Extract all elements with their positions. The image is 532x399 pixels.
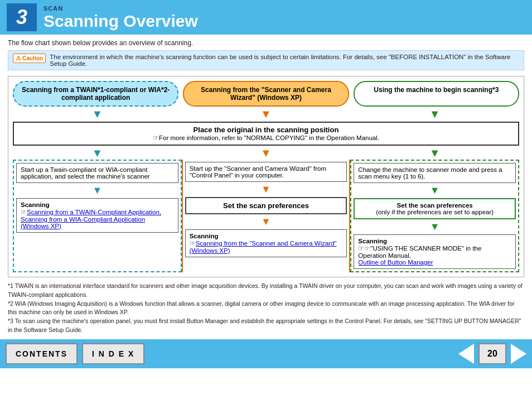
- box-machine-begin: Using the machine to begin scanning*3: [354, 81, 519, 107]
- scanning-right-text: ☞"USING THE SCANNER MODE" in the Operati…: [358, 245, 481, 259]
- next-page-icon: [511, 344, 526, 364]
- place-original-sub: ☞For more information, refer to "NORMAL …: [18, 134, 514, 142]
- scan-pref-right-bold: Set the scan preferences: [397, 202, 473, 209]
- step-machine: Change the machine to scanner mode and p…: [354, 163, 516, 183]
- footnote-1: *1 TWAIN is an international interface s…: [8, 282, 524, 300]
- place-original-box: Place the original in the scanning posit…: [13, 122, 519, 146]
- place-original-title: Place the original in the scanning posit…: [18, 126, 514, 134]
- scanning-mid-title: Scanning: [190, 233, 343, 239]
- footnotes: *1 TWAIN is an international interface s…: [8, 282, 524, 335]
- footer: CONTENTS I N D E X 20: [0, 339, 532, 368]
- scan-pref-right-sub: (only if the preferences are set to appe…: [376, 209, 494, 215]
- scanning-mid-ref: ☞Scanning from the "Scanner and Camera W…: [190, 239, 343, 254]
- scanning-right-title: Scanning: [358, 238, 511, 244]
- arrow-machine-down: ▼: [350, 108, 519, 121]
- caution-text: The environment in which the machine's s…: [50, 54, 519, 67]
- scanning-mid-box: Scanning ☞Scanning from the "Scanner and…: [185, 229, 347, 257]
- scan-pref-center: Set the scan preferences: [185, 197, 347, 214]
- arrow-machine-down4: ▼: [354, 221, 516, 233]
- scan-pref-right: Set the scan preferences (only if the pr…: [354, 198, 516, 219]
- arrow-wizard-down2: ▼: [182, 147, 351, 160]
- scanning-mid-link[interactable]: Scanning from the "Scanner and Camera Wi…: [190, 240, 337, 254]
- scanning-left-link2[interactable]: Scanning from a WIA-Compliant Applicatio…: [21, 216, 145, 229]
- arrow-twain-down3: ▼: [16, 185, 178, 196]
- arrow-twain-down2: ▼: [13, 147, 182, 160]
- footnote-3: *3 To scan using the machine's operation…: [8, 317, 524, 335]
- arrows-row-1: ▼ ▼ ▼: [13, 108, 519, 121]
- col-twain: Start up a Twain-compliant or WIA-compli…: [13, 160, 182, 272]
- arrow-wizard-down4: ▼: [185, 216, 347, 228]
- main-content: The flow chart shown below provides an o…: [0, 35, 532, 338]
- col-wizard: Start up the "Scanner and Camera Wizard"…: [182, 160, 351, 272]
- scanning-left-link1[interactable]: Scanning from a TWAIN-Compliant Applicat…: [27, 209, 161, 215]
- scan-label: SCAN: [43, 5, 198, 12]
- next-page-button[interactable]: [511, 344, 526, 364]
- scanning-right-ref: ☞☞"USING THE SCANNER MODE" in the Operat…: [358, 244, 511, 266]
- header-text: SCAN Scanning Overview: [43, 5, 198, 30]
- step-twain: Start up a Twain-compliant or WIA-compli…: [16, 163, 178, 183]
- arrow-wizard-down3: ▼: [185, 184, 347, 195]
- caution-box: ⚠Caution The environment in which the ma…: [8, 50, 524, 70]
- arrow-machine-down3: ▼: [354, 185, 516, 196]
- prev-page-button[interactable]: [458, 344, 474, 364]
- scanning-left-title: Scanning: [21, 201, 174, 208]
- arrow-machine-down2: ▼: [350, 147, 519, 160]
- arrows-row-2: ▼ ▼ ▼: [13, 147, 519, 160]
- page-title: Scanning Overview: [43, 12, 198, 30]
- prev-page-icon: [458, 344, 474, 364]
- arrow-twain-down: ▼: [13, 108, 182, 121]
- box-twain: Scanning from a TWAIN*1-compliant or WIA…: [13, 81, 178, 107]
- caution-icon: ⚠: [16, 55, 21, 62]
- header: 3 SCAN Scanning Overview: [0, 0, 532, 35]
- flowchart: Scanning from a TWAIN*1-compliant or WIA…: [8, 76, 524, 277]
- scanning-right-box: Scanning ☞☞"USING THE SCANNER MODE" in t…: [354, 234, 516, 269]
- caution-badge: ⚠Caution: [13, 54, 46, 63]
- footnote-2: *2 WIA (Windows Imaging Acquisition) is …: [8, 300, 524, 318]
- flowchart-top-row: Scanning from a TWAIN*1-compliant or WIA…: [13, 81, 519, 107]
- box-scanner-wizard: Scanning from the "Scanner and Camera Wi…: [183, 81, 349, 107]
- scanning-left-ref: ☞Scanning from a TWAIN-Compliant Applica…: [21, 208, 174, 229]
- contents-button[interactable]: CONTENTS: [6, 343, 78, 364]
- step-wizard: Start up the "Scanner and Camera Wizard"…: [185, 162, 347, 182]
- chapter-number: 3: [7, 3, 37, 31]
- intro-text: The flow chart shown below provides an o…: [8, 39, 524, 47]
- index-button[interactable]: I N D E X: [82, 343, 144, 364]
- scanning-left-box: Scanning ☞Scanning from a TWAIN-Complian…: [16, 198, 178, 233]
- scanning-right-link[interactable]: Outline of Button Manager: [358, 259, 433, 266]
- arrow-wizard-down: ▼: [182, 108, 351, 121]
- page-number: 20: [478, 343, 506, 364]
- flowchart-body: Start up a Twain-compliant or WIA-compli…: [13, 160, 519, 272]
- col-machine: Change the machine to scanner mode and p…: [350, 160, 519, 272]
